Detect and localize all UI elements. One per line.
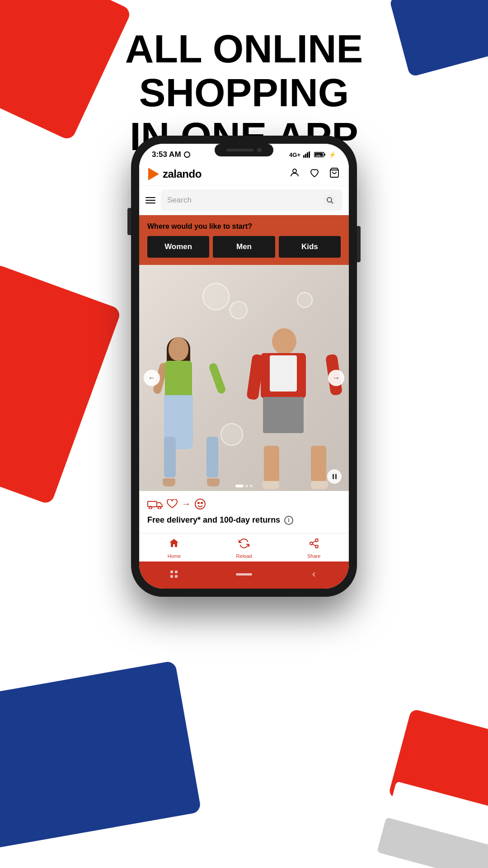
user-icon[interactable]: [289, 167, 300, 181]
clock: 3:53 AM: [152, 150, 181, 159]
woman-shoe-right: [207, 478, 220, 486]
category-women-button[interactable]: Women: [147, 236, 209, 258]
svg-point-15: [195, 499, 205, 509]
system-back-button[interactable]: ‹: [306, 566, 322, 582]
nav-share[interactable]: Share: [279, 538, 349, 559]
svg-rect-3: [309, 151, 310, 158]
category-kids-button[interactable]: Kids: [279, 236, 341, 258]
phone-mockup: 3:53 AM 4G+: [131, 136, 357, 597]
network-label: 4G+: [289, 151, 300, 158]
wishlist-icon[interactable]: [309, 167, 320, 181]
svg-line-21: [312, 544, 315, 546]
svg-point-18: [315, 539, 318, 542]
nav-reload-label: Reload: [236, 553, 252, 559]
woman-leg-right: [206, 437, 218, 477]
status-time: 3:53 AM: [152, 150, 190, 159]
hero-progress-dots: [235, 485, 253, 487]
app-dot: [175, 575, 178, 578]
apps-icon: [170, 571, 178, 578]
phone-frame: 3:53 AM 4G+: [131, 136, 357, 597]
svg-rect-2: [307, 152, 308, 158]
svg-point-17: [201, 502, 202, 504]
woman-head: [169, 337, 188, 361]
man-shorts: [263, 397, 304, 433]
svg-line-22: [312, 541, 315, 543]
status-icons: 4G+ 100 ⚡: [289, 151, 336, 158]
settings-indicator: [184, 151, 190, 158]
search-input[interactable]: Search: [161, 189, 343, 211]
app-dot: [170, 575, 173, 578]
bubble-decoration: [297, 292, 313, 308]
heart-icon: [166, 499, 178, 509]
svg-point-10: [327, 198, 332, 202]
app-dot: [170, 571, 173, 573]
share-icon: [309, 538, 319, 552]
info-icon[interactable]: i: [284, 516, 293, 525]
phone-screen: 3:53 AM 4G+: [139, 144, 349, 589]
progress-dot: [245, 485, 248, 487]
hero-pause-button[interactable]: [327, 469, 342, 484]
system-navigation-bar: ‹: [139, 561, 349, 589]
search-icon-circle: [324, 194, 336, 207]
svg-point-8: [293, 169, 296, 173]
svg-point-16: [198, 502, 199, 504]
man-head: [272, 328, 296, 354]
header-icons: [289, 167, 340, 181]
app-dot: [175, 571, 178, 573]
nav-share-label: Share: [307, 553, 320, 559]
pause-icon: [333, 474, 337, 479]
delivery-label: Free delivery* and 100-day returns: [147, 515, 280, 524]
woman-shoe-left: [163, 478, 175, 486]
battery-icon: 100: [314, 151, 326, 158]
hero-next-button[interactable]: →: [328, 370, 344, 386]
logo-text: zalando: [163, 168, 202, 180]
notch-camera: [257, 148, 262, 152]
svg-rect-12: [148, 501, 157, 507]
system-apps-button[interactable]: [166, 566, 182, 582]
bg-decoration-red-left: [0, 264, 122, 505]
nav-reload[interactable]: Reload: [209, 538, 279, 559]
hero-prev-button[interactable]: ←: [144, 370, 160, 386]
man-shoe-right: [311, 481, 328, 489]
hamburger-button[interactable]: [145, 197, 155, 203]
bubble-decoration: [221, 423, 243, 446]
man-leg-right: [311, 446, 326, 482]
reload-icon: [239, 538, 249, 552]
system-home-button[interactable]: [236, 566, 252, 582]
man-shoe-left: [262, 481, 279, 489]
arrow-left-icon: ←: [148, 374, 155, 382]
charging-icon: ⚡: [328, 151, 336, 158]
svg-point-19: [310, 542, 313, 545]
woman-figure: [153, 337, 225, 491]
nav-home-label: Home: [168, 553, 181, 559]
app-header: zalando: [139, 163, 349, 186]
svg-point-14: [158, 506, 161, 509]
arrow-icon: →: [182, 499, 191, 509]
svg-line-11: [331, 202, 333, 203]
progress-dot-active: [235, 485, 244, 487]
category-section: Where would you like to start? Women Men…: [139, 215, 349, 265]
woman-leg-left: [164, 437, 176, 477]
delivery-text: Free delivery* and 100-day returns i: [147, 514, 341, 526]
svg-rect-5: [324, 154, 325, 156]
pause-bar: [335, 474, 337, 479]
hamburger-line: [145, 203, 155, 203]
hero-image-area: ← →: [139, 265, 349, 491]
hamburger-line: [145, 200, 155, 201]
phone-notch: [215, 144, 273, 156]
arrow-right-icon: →: [333, 374, 340, 382]
home-icon: [169, 538, 179, 552]
logo-area: zalando: [148, 168, 202, 180]
notch-speaker: [226, 149, 253, 151]
svg-rect-1: [305, 154, 306, 158]
headline-line1: ALL ONLINE SHOPPING: [125, 26, 363, 115]
bg-decoration-blue-bottom: [0, 660, 202, 849]
bubble-decoration: [230, 301, 248, 319]
svg-rect-0: [303, 155, 305, 158]
progress-dot: [250, 485, 253, 487]
nav-home[interactable]: Home: [139, 538, 209, 559]
back-arrow-icon: ‹: [312, 568, 315, 580]
category-men-button[interactable]: Men: [213, 236, 275, 258]
category-buttons: Women Men Kids: [147, 236, 341, 258]
cart-icon[interactable]: [329, 167, 340, 181]
